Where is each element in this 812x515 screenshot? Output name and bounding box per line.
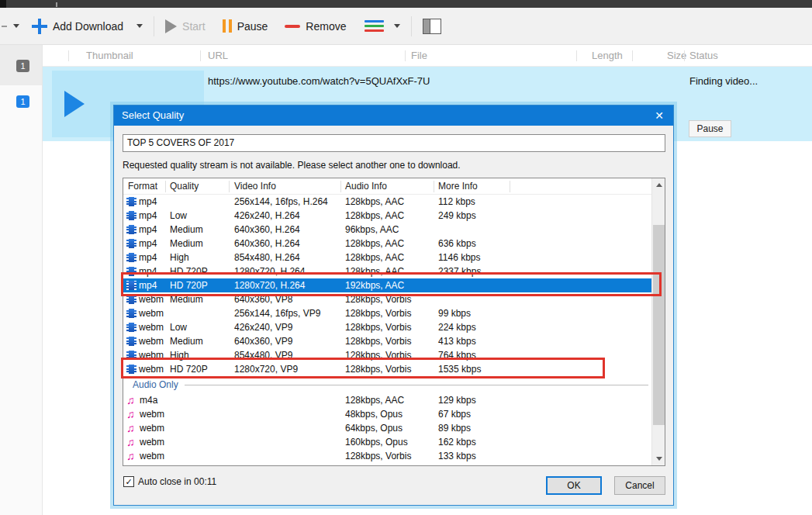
column-separator <box>510 181 510 192</box>
more-info-label: 67 kbps <box>438 407 471 421</box>
quality-row[interactable]: ♫ webm 64kbps, Opus 89 kbps <box>123 421 651 435</box>
video-title-field[interactable]: TOP 5 COVERS OF 2017 <box>123 134 665 152</box>
pause-button[interactable]: Pause <box>223 19 268 33</box>
panel-toggle-button[interactable] <box>423 19 441 34</box>
scrollbar[interactable] <box>651 178 665 465</box>
quality-row[interactable]: webm Low 426x240, VP9 128kbps, Vorbis 22… <box>123 320 651 334</box>
audio-info-label: 160kbps, Opus <box>345 435 408 449</box>
dialog-title: Select Quality <box>122 109 184 121</box>
video-info-label: 854x480, H.264 <box>234 251 300 264</box>
music-note-icon: ♫ <box>126 410 137 419</box>
ok-button[interactable]: OK <box>546 476 602 495</box>
priority-dropdown[interactable] <box>365 20 400 32</box>
film-strip-icon <box>126 253 136 262</box>
column-header-thumbnail: Thumbnail <box>86 50 133 61</box>
music-note-icon: ♫ <box>126 437 137 447</box>
more-info-label: 1146 kbps <box>438 251 481 264</box>
quality-row[interactable]: mp4 256x144, 16fps, H.264 128kbps, AAC 1… <box>123 195 651 209</box>
audio-info-label: 128kbps, AAC <box>345 209 404 223</box>
more-info-label: 162 kbps <box>438 435 476 449</box>
remove-label: Remove <box>306 20 346 33</box>
start-button[interactable]: Start <box>165 19 206 33</box>
column-separator <box>576 50 577 61</box>
column-header-file: File <box>411 50 427 61</box>
video-info-label: 640x360, VP9 <box>234 334 292 348</box>
close-icon[interactable]: ✕ <box>652 109 666 123</box>
more-info-label: 224 kbps <box>438 320 476 334</box>
sidebar-item-downloading[interactable]: 1 <box>0 85 42 127</box>
more-info-label: 89 kbps <box>438 421 471 435</box>
download-status: Finding video... <box>689 75 758 87</box>
quality-list-rows: mp4 256x144, 16fps, H.264 128kbps, AAC 1… <box>123 195 651 465</box>
video-info-label: 426x240, VP9 <box>234 320 292 334</box>
quality-notice-text: Requested quality stream is not availabl… <box>123 160 461 171</box>
triangle-up-icon <box>656 183 662 187</box>
annotation-box-webm-hd-row <box>121 358 605 378</box>
row-pause-button[interactable]: Pause <box>689 120 731 137</box>
audio-info-label: 128kbps, Vorbis <box>345 320 411 334</box>
overflow-dropdown[interactable] <box>2 24 19 28</box>
quality-row[interactable]: webm Medium 640x360, VP9 128kbps, Vorbis… <box>123 334 651 348</box>
audio-info-label: 48kbps, Opus <box>345 407 403 421</box>
music-note-icon: ♫ <box>126 423 137 433</box>
quality-label: Low <box>170 320 187 334</box>
dialog-titlebar[interactable]: Select Quality <box>114 105 673 126</box>
audio-info-label: 128kbps, AAC <box>345 237 404 251</box>
format-label: webm <box>140 421 164 435</box>
quality-row[interactable]: ♫ webm 48kbps, Opus 67 kbps <box>123 407 651 421</box>
column-header-url: URL <box>208 50 228 61</box>
auto-close-checkbox[interactable]: ✓ <box>123 476 134 487</box>
quality-row[interactable]: webm 256x144, 16fps, VP9 128kbps, Vorbis… <box>123 306 651 320</box>
audio-only-group-header: Audio Only <box>123 376 651 393</box>
column-separator <box>340 181 341 192</box>
scroll-up-button[interactable] <box>652 178 665 192</box>
quality-row[interactable]: ♫ m4a 128kbps, AAC 129 kbps <box>123 393 651 407</box>
column-separator <box>200 50 201 61</box>
chevron-down-icon <box>394 24 400 28</box>
format-label: webm <box>139 334 164 348</box>
pause-label: Pause <box>237 20 268 33</box>
quality-row[interactable]: mp4 Low 426x240, H.264 128kbps, AAC 249 … <box>123 209 651 223</box>
auto-close-option[interactable]: ✓ Auto close in 00:11 <box>123 476 216 487</box>
quality-label: Medium <box>170 237 203 251</box>
quality-row[interactable]: mp4 Medium 640x360, H.264 128kbps, AAC 6… <box>123 237 651 251</box>
music-note-icon: ♫ <box>126 451 137 461</box>
sidebar-item-all[interactable]: 1 <box>0 45 42 85</box>
scroll-down-button[interactable] <box>652 452 665 465</box>
add-download-button[interactable]: Add Download <box>32 19 143 34</box>
titlebar-corner <box>0 0 6 8</box>
qcol-audio-info: Audio Info <box>345 181 387 192</box>
video-info-label: 256x144, 16fps, H.264 <box>234 195 328 209</box>
quality-row[interactable]: ♫ webm 128kbps, Vorbis 133 kbps <box>123 449 651 463</box>
video-info-label: 640x360, H.264 <box>234 237 300 251</box>
column-separator <box>632 50 633 61</box>
qcol-video-info: Video Info <box>234 181 276 192</box>
play-icon <box>165 19 177 33</box>
audio-info-label: 128kbps, Vorbis <box>345 449 411 463</box>
format-label: mp4 <box>139 195 157 209</box>
priority-lines-icon <box>365 20 384 32</box>
quality-row[interactable]: mp4 High 854x480, H.264 128kbps, AAC 114… <box>123 251 651 264</box>
remove-button[interactable]: Remove <box>285 20 346 33</box>
more-info-label: 249 kbps <box>438 209 476 223</box>
music-note-icon: ♫ <box>126 396 137 405</box>
quality-row[interactable]: ♫ webm 160kbps, Opus 162 kbps <box>123 435 651 449</box>
add-download-label: Add Download <box>53 20 123 33</box>
quality-row[interactable]: mp4 Medium 640x360, H.264 96kbps, AAC <box>123 223 651 237</box>
audio-info-label: 64kbps, Opus <box>345 421 403 435</box>
qcol-more-info: More Info <box>438 181 478 192</box>
cancel-button[interactable]: Cancel <box>614 476 665 495</box>
scrollbar-thumb[interactable] <box>653 225 665 425</box>
group-label: Audio Only <box>133 379 178 390</box>
more-info-label: 112 kbps <box>438 195 475 209</box>
triangle-down-icon <box>656 457 662 461</box>
video-info-label: 426x240, H.264 <box>234 209 300 223</box>
column-separator <box>405 50 406 61</box>
format-label: m4a <box>140 393 157 407</box>
film-strip-icon <box>126 211 136 220</box>
format-label: mp4 <box>139 237 157 251</box>
video-info-label: 256x144, 16fps, VP9 <box>234 306 320 320</box>
quality-list: Format Quality Video Info Audio Info Mor… <box>123 178 665 466</box>
film-strip-icon <box>126 239 136 248</box>
pause-icon <box>223 19 232 33</box>
